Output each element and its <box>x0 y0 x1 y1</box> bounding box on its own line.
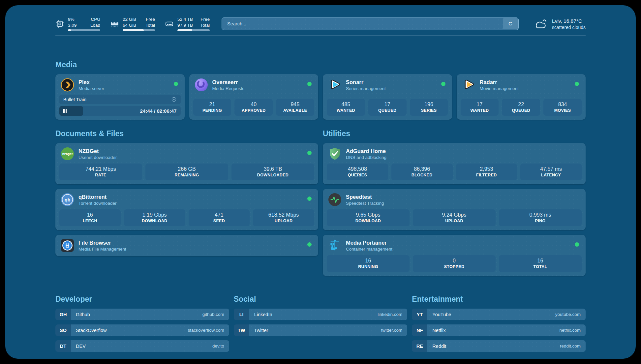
link-dev[interactable]: DT DEVdev.to <box>55 340 229 352</box>
app-subtitle: Container management <box>346 246 392 252</box>
dashboard-panel: 9%CPU 3.09Load 22 GiBFree 64 GiBTotal <box>5 5 636 359</box>
documents-section: Documents & Files nzbget NZBGet Usenet d… <box>55 129 318 276</box>
cpu-usage: 9% <box>68 16 75 22</box>
stat-tile: 834MOVIES <box>543 99 582 116</box>
link-abbr: YT <box>412 309 427 320</box>
app-title: Overseerr <box>212 79 245 86</box>
playback-time: 24:44 / 02:06:47 <box>140 108 177 114</box>
app-title: Plex <box>78 79 104 86</box>
link-abbr: GH <box>55 309 71 320</box>
speedtest-card[interactable]: Speedtest Speedtest Tracking 9.65 GbpsDO… <box>323 189 586 230</box>
plex-card[interactable]: Plex Media server Bullet Train <box>55 74 185 120</box>
utilities-section: Utilities AdGuard Home DNS and adblockin… <box>323 129 586 276</box>
link-reddit[interactable]: RE Redditreddit.com <box>412 340 586 352</box>
filebrowser-card[interactable]: File Browser Media File Management <box>55 235 318 256</box>
link-abbr: LI <box>234 309 249 320</box>
link-name: Github <box>76 312 90 317</box>
memory-free: 22 GiB <box>123 16 136 22</box>
stat-tile: 39.6 TBDOWNLOADED <box>231 164 314 180</box>
radarr-card[interactable]: Radarr Movie management 17WANTED 22QUEUE… <box>457 74 586 120</box>
adguard-card[interactable]: AdGuard Home DNS and adblocking 498,508Q… <box>323 143 586 184</box>
memory-total: 64 GiB <box>123 22 136 28</box>
app-subtitle: Usenet downloader <box>78 155 117 160</box>
weather-location-temp: Lviv, 16.87°C <box>552 17 586 24</box>
stat-tile: 17QUEUED <box>368 99 407 116</box>
link-url: twitter.com <box>381 328 403 333</box>
link-abbr: TW <box>234 324 249 336</box>
developer-section-title: Developer <box>55 294 229 304</box>
portainer-card[interactable]: Media Portainer Container management 16R… <box>323 235 586 276</box>
link-github[interactable]: GH Githubgithub.com <box>55 309 229 320</box>
google-search-button[interactable]: G <box>503 18 518 29</box>
nzbget-card[interactable]: nzbget NZBGet Usenet downloader 744.21 M… <box>55 143 318 184</box>
stat-tile: 9.24 GbpsUPLOAD <box>413 209 496 226</box>
link-netflix[interactable]: NF Netflixnetflix.com <box>412 324 586 336</box>
stat-tile: 16LEECH <box>59 209 121 226</box>
app-subtitle: Media Requests <box>212 86 245 91</box>
status-dot <box>307 197 312 201</box>
link-name: LinkedIn <box>254 312 272 317</box>
radarr-icon <box>462 78 475 92</box>
app-subtitle: Movie management <box>480 86 519 91</box>
link-name: Reddit <box>432 344 446 349</box>
status-dot <box>575 82 579 86</box>
sonarr-icon <box>328 78 342 92</box>
memory-progress-bar <box>123 29 155 31</box>
link-linkedin[interactable]: LI LinkedInlinkedin.com <box>234 309 408 320</box>
stat-tile: 945AVAILABLE <box>276 99 314 116</box>
stat-tile: 1.19 GbpsDOWNLOAD <box>124 209 185 226</box>
stat-tile: 21PENDING <box>193 99 231 116</box>
stat-tile: 0STOPPED <box>413 255 496 272</box>
stat-tile: 485WANTED <box>327 99 365 116</box>
app-title: qBittorrent <box>78 194 117 200</box>
cloud-icon <box>533 18 548 30</box>
qbittorrent-card[interactable]: qb qBittorrent Torrent downloader 16LEEC… <box>55 189 318 230</box>
app-subtitle: DNS and adblocking <box>346 155 386 160</box>
search-input[interactable] <box>222 17 519 30</box>
entertainment-section-title: Entertainment <box>412 294 586 304</box>
session-camera-icon[interactable] <box>171 97 177 102</box>
link-name: Twitter <box>254 328 268 333</box>
pause-button[interactable] <box>63 109 67 113</box>
link-twitter[interactable]: TW Twittertwitter.com <box>234 324 408 336</box>
disk-free: 52.4 TB <box>177 16 193 22</box>
sonarr-card[interactable]: Sonarr Series management 485WANTED 17QUE… <box>323 74 452 120</box>
status-dot <box>174 82 178 86</box>
app-subtitle: Series management <box>346 86 386 91</box>
app-title: Radarr <box>480 79 519 86</box>
link-stackoverflow[interactable]: SO StackOverflowstackoverflow.com <box>55 324 229 336</box>
qbittorrent-icon: qb <box>61 193 74 206</box>
memory-label-1: Free <box>146 16 155 22</box>
app-title: Media Portainer <box>346 239 392 246</box>
app-subtitle: Torrent downloader <box>78 200 117 206</box>
system-stats: 9%CPU 3.09Load 22 GiBFree 64 GiBTotal <box>55 16 210 31</box>
memory-label-2: Total <box>145 22 155 28</box>
media-section-title: Media <box>55 60 586 70</box>
link-name: YouTube <box>432 312 451 317</box>
topbar-divider <box>55 36 586 36</box>
link-url: stackoverflow.com <box>188 328 224 333</box>
link-url: dev.to <box>212 344 224 349</box>
filebrowser-icon <box>61 239 74 252</box>
stat-tile: 2,953FILTERED <box>456 164 517 180</box>
link-url: youtube.com <box>555 312 581 317</box>
link-url: netflix.com <box>559 328 581 333</box>
link-abbr: DT <box>55 340 71 352</box>
top-bar: 9%CPU 3.09Load 22 GiBFree 64 GiBTotal <box>55 5 586 31</box>
app-title: NZBGet <box>78 148 117 155</box>
stat-tile: 47.57 msLATENCY <box>520 164 582 180</box>
link-name: DEV <box>76 344 86 349</box>
portainer-icon <box>328 239 342 252</box>
stat-tile: 40APPROVED <box>234 99 273 116</box>
link-youtube[interactable]: YT YouTubeyoutube.com <box>412 309 586 320</box>
weather-widget: Lviv, 16.87°C scattered clouds <box>533 17 586 30</box>
nzbget-icon: nzbget <box>61 147 74 161</box>
overseerr-card[interactable]: Overseerr Media Requests 21PENDING 40APP… <box>189 74 319 120</box>
status-dot <box>307 151 312 155</box>
stat-tile: 86,396BLOCKED <box>391 164 453 180</box>
app-subtitle: Media server <box>78 86 104 91</box>
stat-tile: 618.52 MbpsUPLOAD <box>253 209 314 226</box>
app-title: Sonarr <box>346 79 386 86</box>
cpu-progress-bar <box>68 29 100 31</box>
cpu-label-2: Load <box>90 22 100 28</box>
